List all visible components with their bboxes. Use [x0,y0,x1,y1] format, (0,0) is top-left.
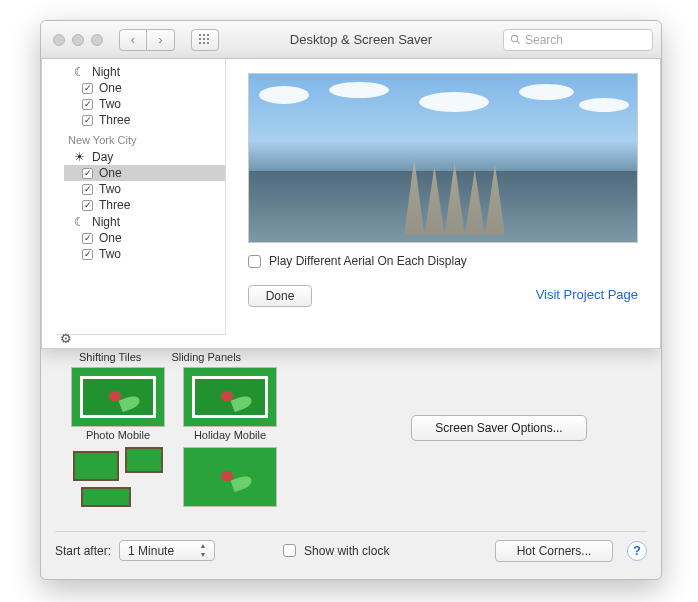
svg-rect-1 [203,34,205,36]
grid-button[interactable] [191,29,219,51]
section-night-1[interactable]: ☾ Night [64,63,225,80]
svg-rect-6 [199,42,201,44]
stepper-icon[interactable]: ▲▼ [196,542,210,560]
bottom-bar: Start after: 1 Minute ▲▼ Show with clock… [55,531,647,561]
list-item[interactable]: Two [64,181,225,197]
thumb-label: Photo Mobile [71,429,165,441]
checkbox-icon[interactable] [82,184,93,195]
svg-rect-4 [203,38,205,40]
content: ☾ Night One Two Three New York City ☀ Da… [41,59,661,579]
zoom-icon[interactable] [91,34,103,46]
window-title: Desktop & Screen Saver [227,32,495,47]
visit-project-link[interactable]: Visit Project Page [536,287,638,302]
aerial-sidebar: ☾ Night One Two Three New York City ☀ Da… [56,59,226,335]
screensaver-thumb[interactable] [71,447,165,507]
list-item[interactable]: Three [64,197,225,213]
checkbox-icon[interactable] [82,168,93,179]
section-day[interactable]: ☀ Day [64,148,225,165]
window-controls [53,34,103,46]
back-button[interactable]: ‹ [119,29,147,51]
list-item[interactable]: Two [64,246,225,262]
list-item-selected[interactable]: One [64,165,225,181]
play-each-display-label: Play Different Aerial On Each Display [269,254,467,268]
preferences-window: ‹ › Desktop & Screen Saver Search ☾ Nigh… [40,20,662,580]
moon-icon: ☾ [72,65,86,79]
svg-rect-0 [199,34,201,36]
svg-rect-8 [207,42,209,44]
checkbox-icon[interactable] [82,200,93,211]
screen-saver-options-button[interactable]: Screen Saver Options... [411,415,587,441]
svg-point-9 [511,35,517,41]
list-item[interactable]: Two [64,96,225,112]
moon-icon: ☾ [72,215,86,229]
list-item[interactable]: One [64,80,225,96]
forward-button[interactable]: › [147,29,175,51]
aerial-sheet: ☾ Night One Two Three New York City ☀ Da… [41,59,661,349]
checkbox-icon[interactable] [82,115,93,126]
screensaver-grid: Shifting Tiles Sliding Panels Photo Mobi… [71,351,319,509]
screensaver-thumb[interactable] [71,367,165,427]
show-with-clock-label: Show with clock [304,544,389,558]
screensaver-thumb[interactable] [183,367,277,427]
titlebar: ‹ › Desktop & Screen Saver Search [41,21,661,59]
nav-buttons: ‹ › [119,29,175,51]
hot-corners-button[interactable]: Hot Corners... [495,540,613,562]
thumb-label: Holiday Mobile [183,429,277,441]
sun-icon: ☀ [72,150,86,164]
svg-rect-7 [203,42,205,44]
checkbox-icon[interactable] [82,99,93,110]
checkbox-icon[interactable] [82,233,93,244]
start-after-select[interactable]: 1 Minute ▲▼ [119,540,215,561]
play-each-display-checkbox[interactable] [248,255,261,268]
svg-rect-2 [207,34,209,36]
section-night-2[interactable]: ☾ Night [64,213,225,230]
minimize-icon[interactable] [72,34,84,46]
screensaver-thumb[interactable] [183,447,277,507]
start-after-label: Start after: [55,544,111,558]
start-after-value: 1 Minute [128,544,174,558]
search-input[interactable]: Search [503,29,653,51]
done-button[interactable]: Done [248,285,312,307]
aerial-preview [248,73,638,243]
checkbox-icon[interactable] [82,83,93,94]
search-placeholder: Search [525,33,563,47]
svg-line-10 [517,41,520,44]
svg-rect-5 [207,38,209,40]
close-icon[interactable] [53,34,65,46]
gear-icon[interactable]: ⚙ [60,331,72,346]
city-header: New York City [64,128,225,148]
play-each-display-row: Play Different Aerial On Each Display [248,254,467,268]
show-with-clock-checkbox[interactable] [283,544,296,557]
search-icon [510,34,521,45]
svg-rect-3 [199,38,201,40]
thumb-label: Shifting Tiles [79,351,141,363]
list-item[interactable]: One [64,230,225,246]
list-item[interactable]: Three [64,112,225,128]
thumb-label: Sliding Panels [171,351,241,363]
help-button[interactable]: ? [627,541,647,561]
checkbox-icon[interactable] [82,249,93,260]
